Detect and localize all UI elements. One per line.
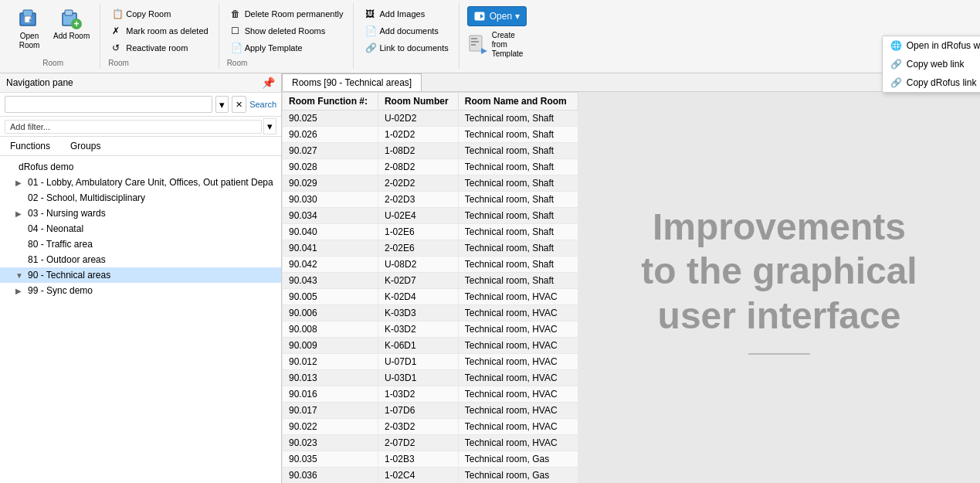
info-text: Improvementsto the graphicaluser interfa… <box>641 205 917 338</box>
add-room-button[interactable]: + Add Room <box>49 5 93 43</box>
expander-99-icon[interactable]: ▶ <box>15 287 25 295</box>
tree-item-90[interactable]: ▼ 90 - Technical areas <box>0 267 281 283</box>
room-tab-technical-areas[interactable]: Rooms [90 - Technical areas] <box>282 73 422 91</box>
show-deleted-button[interactable]: ☐ Show deleted Rooms <box>227 23 348 39</box>
table-row[interactable]: 90.008K-03D2Technical room, HVAC <box>283 321 578 338</box>
link-docs-button[interactable]: 🔗 Link to documents <box>361 40 452 56</box>
table-row[interactable]: 90.042U-08D2Technical room, Shaft <box>283 257 578 273</box>
add-room-label: Add Room <box>53 32 90 41</box>
cell-fn: 90.006 <box>283 305 378 321</box>
table-row[interactable]: 90.0412-02E6Technical room, Shaft <box>283 240 578 257</box>
table-row[interactable]: 90.006K-03D3Technical room, HVAC <box>283 305 578 321</box>
expander-90-icon[interactable]: ▼ <box>15 271 25 280</box>
cell-name: Technical room, HVAC <box>458 321 578 338</box>
cell-name: Technical room, HVAC <box>458 354 578 370</box>
rooms-table-container: Room Function #: Room Number Room Name a… <box>282 92 578 483</box>
cell-name: Technical room, HVAC <box>458 403 578 419</box>
table-row[interactable]: 90.013U-03D1Technical room, HVAC <box>283 370 578 386</box>
cell-fn: 90.009 <box>283 338 378 354</box>
cell-fn: 90.023 <box>283 435 378 451</box>
table-row[interactable]: 90.0401-02E6Technical room, Shaft <box>283 224 578 240</box>
tab-groups[interactable]: Groups <box>60 137 110 155</box>
svg-rect-12 <box>471 41 479 43</box>
table-row[interactable]: 90.0361-02C4Technical room, Gas <box>283 468 578 484</box>
tree-item-04[interactable]: 04 - Neonatal <box>0 221 281 236</box>
tree-item-99[interactable]: ▶ 99 - Sync demo <box>0 283 281 298</box>
open-room-button[interactable]: Open Room <box>12 5 46 53</box>
table-row[interactable]: 90.0261-02D2Technical room, Shaft <box>283 127 578 143</box>
apply-template-button[interactable]: 📄 Apply Template <box>227 40 348 56</box>
cell-num: U-07D1 <box>378 354 458 370</box>
tree-item-02[interactable]: 02 - School, Multidisciplinary <box>0 190 281 206</box>
add-documents-button[interactable]: 📄 Add documents <box>361 23 452 39</box>
add-images-button[interactable]: 🖼 Add Images <box>361 6 452 22</box>
open-in-drofus-web-item[interactable]: 🌐 Open in dRofus web <box>883 36 980 55</box>
tree-item-01[interactable]: ▶ 01 - Lobby, Ambulatory Care Unit, Offi… <box>0 175 281 190</box>
table-row[interactable]: 90.0292-02D2Technical room, Shaft <box>283 175 578 192</box>
search-link[interactable]: Search <box>249 100 276 109</box>
open-room-icon <box>17 7 42 32</box>
pin-icon[interactable]: 📌 <box>262 77 275 89</box>
cell-fn: 90.029 <box>283 175 378 192</box>
add-filter-button[interactable]: Add filter... <box>5 120 262 134</box>
col-header-num: Room Number <box>378 93 458 111</box>
add-room-icon: + <box>59 7 84 32</box>
table-row[interactable]: 90.0171-07D6Technical room, HVAC <box>283 403 578 419</box>
copy-drofus-link-item[interactable]: 🔗 Copy dRofus link <box>883 73 980 92</box>
table-row[interactable]: 90.043K-02D7Technical room, Shaft <box>283 273 578 289</box>
tree-item-drofus-demo[interactable]: dRofus demo <box>0 159 281 175</box>
copy-room-button[interactable]: 📋 Copy Room <box>108 6 212 22</box>
cell-name: Technical room, HVAC <box>458 305 578 321</box>
toolbar: Open Room + Add Room Room 📋 <box>0 0 980 73</box>
info-divider <box>748 353 810 355</box>
table-row[interactable]: 90.0302-02D3Technical room, Shaft <box>283 192 578 208</box>
reactivate-button[interactable]: ↺ Reactivate room <box>108 40 212 56</box>
cell-name: Technical room, HVAC <box>458 370 578 386</box>
table-row[interactable]: 90.0282-08D2Technical room, Shaft <box>283 159 578 175</box>
table-row[interactable]: 90.0161-03D2Technical room, HVAC <box>283 386 578 403</box>
expander-03-icon[interactable]: ▶ <box>15 209 25 218</box>
tree-area: dRofus demo ▶ 01 - Lobby, Ambulatory Car… <box>0 156 281 483</box>
table-row[interactable]: 90.0222-03D2Technical room, HVAC <box>283 419 578 435</box>
mark-deleted-button[interactable]: ✗ Mark room as deleted <box>108 23 212 39</box>
create-template-label: Create from Template <box>492 31 531 59</box>
filter-dropdown-button[interactable]: ▾ <box>263 118 276 134</box>
open-dropdown-area: Open ▾ 🌐 Open in dRofus web 🔗 Copy web l… <box>461 3 537 62</box>
cell-fn: 90.013 <box>283 370 378 386</box>
cell-fn: 90.043 <box>283 273 378 289</box>
open-dropdown-menu: 🌐 Open in dRofus web 🔗 Copy web link 🔗 C… <box>882 36 980 93</box>
search-dropdown-button[interactable]: ▾ <box>215 96 229 113</box>
table-row[interactable]: 90.034U-02E4Technical room, Shaft <box>283 208 578 224</box>
svg-rect-13 <box>471 44 476 46</box>
cell-name: Technical room, Shaft <box>458 257 578 273</box>
table-row[interactable]: 90.009K-06D1Technical room, HVAC <box>283 338 578 354</box>
cell-name: Technical room, Shaft <box>458 143 578 159</box>
info-panel: Improvementsto the graphicaluser interfa… <box>578 92 980 483</box>
cell-fn: 90.017 <box>283 403 378 419</box>
tab-functions[interactable]: Functions <box>0 137 60 155</box>
table-row[interactable]: 90.0271-08D2Technical room, Shaft <box>283 143 578 159</box>
cell-name: Technical room, Shaft <box>458 224 578 240</box>
tree-item-03[interactable]: ▶ 03 - Nursing wards <box>0 206 281 221</box>
toolbar-room-label: Room <box>42 56 63 67</box>
delete-perm-button[interactable]: 🗑 Delete Room permanently <box>227 6 348 22</box>
search-input[interactable] <box>5 96 212 113</box>
search-clear-button[interactable]: ✕ <box>232 96 246 113</box>
cell-name: Technical room, HVAC <box>458 338 578 354</box>
open-dropdown-button[interactable]: Open ▾ <box>467 6 527 26</box>
table-row[interactable]: 90.012U-07D1Technical room, HVAC <box>283 354 578 370</box>
table-row[interactable]: 90.025U-02D2Technical room, Shaft <box>283 111 578 127</box>
copy-web-link-item[interactable]: 🔗 Copy web link <box>883 55 980 73</box>
tree-item-80[interactable]: 80 - Traffic area <box>0 236 281 252</box>
cell-name: Technical room, Shaft <box>458 127 578 143</box>
table-row[interactable]: 90.0232-07D2Technical room, HVAC <box>283 435 578 451</box>
web-icon: 🌐 <box>890 40 902 51</box>
show-deleted-icon: ☐ <box>231 26 242 36</box>
expander-01-icon[interactable]: ▶ <box>15 179 25 187</box>
cell-fn: 90.016 <box>283 386 378 403</box>
table-row[interactable]: 90.0351-02B3Technical room, Gas <box>283 451 578 468</box>
tree-item-81[interactable]: 81 - Outdoor areas <box>0 252 281 267</box>
table-and-info: Room Function #: Room Number Room Name a… <box>282 92 980 483</box>
cell-fn: 90.036 <box>283 468 378 484</box>
table-row[interactable]: 90.005K-02D4Technical room, HVAC <box>283 289 578 305</box>
